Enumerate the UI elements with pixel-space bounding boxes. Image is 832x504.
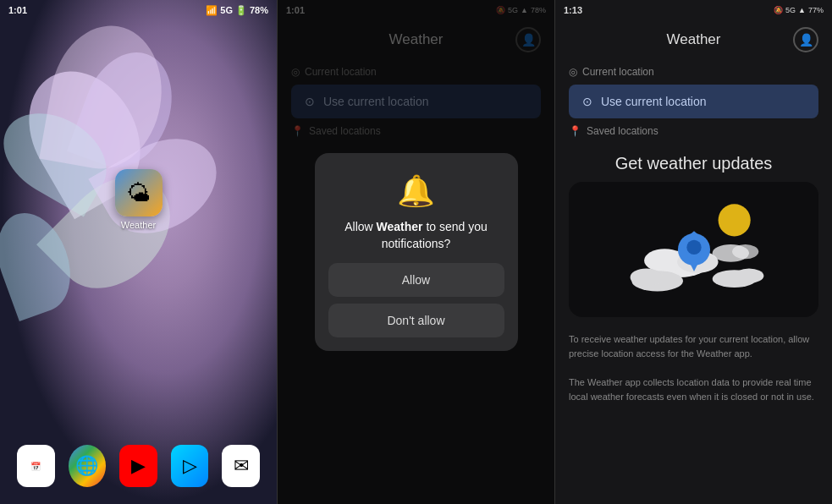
weather-illustration (569, 182, 818, 317)
dock-youtube-icon[interactable]: ▶ (119, 445, 157, 487)
updates-title: Get weather updates (555, 144, 832, 182)
weather-svg (618, 194, 770, 304)
weather-title-3: Weather (594, 31, 793, 48)
dont-allow-button[interactable]: Don't allow (328, 304, 504, 337)
status-bar: 1:01 📶 5G 🔋 78% (0, 0, 277, 20)
dock-calendar-icon[interactable]: 📅 (17, 445, 55, 487)
status-right-3: 🔕 5G ▲ 77% (774, 6, 824, 14)
svg-point-9 (630, 269, 662, 287)
app-label: Weather (121, 220, 156, 230)
allow-button[interactable]: Allow (328, 263, 504, 297)
status-time: 1:01 (8, 5, 27, 15)
svg-point-11 (734, 269, 763, 283)
current-location-label-3: ◎ Current location (569, 66, 818, 78)
use-current-location-btn-3[interactable]: ⊙ Use current location (569, 85, 818, 118)
weather-location-3: ◎ Current location ⊙ Use current locatio… (555, 59, 832, 144)
saved-locations-label-3: 📍 Saved locations (569, 125, 818, 137)
svg-point-0 (718, 204, 750, 236)
weather-app-header-3: Weather 👤 (555, 19, 832, 59)
dock-playstore-icon[interactable]: ▷ (171, 445, 209, 487)
signal-icon: 📶 (206, 5, 218, 16)
dialog-message: Allow Weather to send you notifications? (328, 219, 504, 252)
svg-point-5 (732, 244, 758, 259)
app-dock: 📅 🌐 ▶ ▷ ✉ (0, 436, 277, 496)
status-time-3: 1:13 (564, 5, 582, 15)
profile-icon-3[interactable]: 👤 (793, 27, 818, 52)
dock-gmail-icon[interactable]: ✉ (222, 445, 260, 487)
weather-emoji: 🌤 (127, 179, 151, 207)
bell-icon: 🔔 (397, 173, 435, 209)
weather-updates-panel: 1:13 🔕 5G ▲ 77% Weather 👤 ◎ Current loca… (555, 0, 832, 504)
pin-icon-3: 📍 (569, 125, 581, 137)
signal-3: ▲ (798, 6, 806, 14)
description-text-2: The Weather app collects location data t… (555, 369, 832, 410)
app-icon[interactable]: 🌤 (115, 169, 163, 216)
battery-level: 78% (250, 5, 268, 15)
status-bar-3: 1:13 🔕 5G ▲ 77% (555, 0, 832, 19)
location-pin-icon-3: ◎ (569, 66, 577, 78)
description-text-1: To receive weather updates for your curr… (555, 326, 832, 367)
signal-text: 5G (220, 5, 233, 15)
dialog-buttons: Allow Don't allow (328, 263, 504, 337)
notification-dialog: 🔔 Allow Weather to send you notification… (315, 153, 518, 350)
dialog-overlay: 🔔 Allow Weather to send you notification… (278, 0, 554, 504)
weather-notification-panel: 1:01 🔕 5G ▲ 78% Weather 👤 ◎ Current loca… (277, 0, 555, 504)
mute-icon-3: 🔕 (774, 6, 783, 14)
home-screen: 1:01 📶 5G 🔋 78% 🌤 Weather 📅 🌐 ▶ ▷ ✉ (0, 0, 277, 504)
svg-point-7 (686, 240, 701, 255)
battery-icon: 🔋 (235, 5, 247, 16)
dock-chrome-icon[interactable]: 🌐 (69, 445, 107, 487)
status-icons: 📶 5G 🔋 78% (206, 5, 268, 16)
gps-icon-3: ⊙ (582, 95, 592, 108)
weather-app-icon[interactable]: 🌤 Weather (115, 169, 163, 230)
